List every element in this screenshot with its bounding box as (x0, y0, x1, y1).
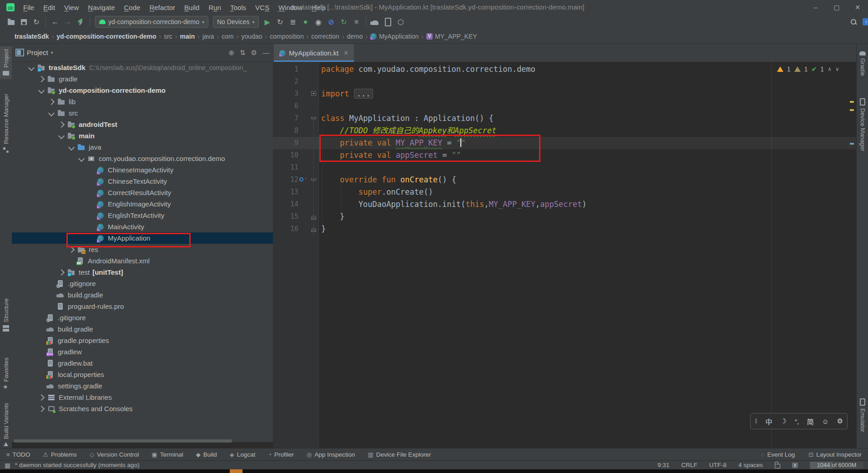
next-problem-button[interactable]: ∨ (835, 66, 839, 72)
chevron-collapsed-icon[interactable] (68, 246, 75, 252)
tree-item-mainactivity[interactable]: MainActivity (12, 221, 273, 232)
tree-item-build-gradle[interactable]: build.gradle (12, 289, 273, 301)
chevron-collapsed-icon[interactable] (38, 405, 45, 412)
chevron-collapsed-icon[interactable] (38, 394, 45, 400)
tree-item-src[interactable]: src (12, 107, 273, 119)
breadcrumb-item-main[interactable]: main (180, 33, 195, 40)
chevron-expanded-icon[interactable] (48, 110, 55, 116)
device-select[interactable]: No Devices▾ (213, 16, 259, 28)
settings-button[interactable]: ⚙ (251, 49, 257, 57)
run-configuration-select[interactable]: yd-composition-correction-demo▾ (95, 16, 208, 28)
breadcrumb-item-src[interactable]: src (164, 33, 172, 40)
tree-item-yd-composition-correction-demo[interactable]: yd-composition-correction-demo (12, 85, 273, 96)
sidebar-tab-device-manager[interactable]: Device Manager (857, 98, 868, 151)
profile-button[interactable]: ⊘ (325, 16, 337, 27)
ime-punctuation-button[interactable]: °‚ (795, 418, 799, 425)
code-line-3[interactable]: 3+import ... (273, 88, 856, 100)
chevron-expanded-icon[interactable] (68, 144, 75, 150)
code-line-13[interactable]: 13 super.onCreate() (273, 186, 856, 198)
tree-item-chinesetextactivity[interactable]: ChineseTextActivity (12, 176, 273, 187)
code-line-11[interactable]: 11 (273, 161, 856, 174)
toolwindow-button-build[interactable]: ◆Build (196, 451, 217, 458)
tree-item-gitignore[interactable]: .gitignore (12, 312, 273, 323)
back-button[interactable]: ← (49, 16, 61, 27)
open-file-button[interactable] (5, 16, 17, 27)
expand-collapse-button[interactable]: ⇅ (240, 49, 246, 57)
minimize-button[interactable]: – (805, 0, 826, 15)
ide-update-button[interactable]: ↑ (860, 16, 868, 27)
apply-changes-button[interactable]: ↻ (274, 16, 286, 27)
tree-item-main[interactable]: main (12, 130, 273, 141)
tree-item-androidmanifest-xml[interactable]: MFAndroidManifest.xml (12, 255, 273, 267)
code-line-15[interactable]: 15 } (273, 211, 856, 223)
status-message[interactable]: * daemon started successfully (moments a… (15, 462, 140, 468)
hide-panel-button[interactable]: — (262, 49, 269, 57)
scrollbar-caret-mark[interactable] (850, 143, 854, 145)
fold-collapsed-icon[interactable]: + (311, 91, 316, 96)
sidebar-tab-resource-manager[interactable]: Resource Manager (0, 94, 12, 153)
code-line-7[interactable]: 7class MyApplication : Application() { (273, 112, 856, 125)
tree-item-res[interactable]: res (12, 244, 273, 255)
menu-item-tools[interactable]: Tools (226, 2, 250, 13)
breadcrumb-item-traslatesdk[interactable]: traslateSdk (15, 33, 49, 40)
tree-item-test-unittest[interactable]: test[unitTest] (12, 267, 273, 278)
tree-item-myapplication[interactable]: MyApplication (12, 232, 273, 244)
chevron-expanded-icon[interactable] (28, 64, 35, 70)
tree-item-gradlew-bat[interactable]: gradlew.bat (12, 357, 273, 369)
toolwindow-button-event-log[interactable]: ◌Event Log (761, 451, 795, 458)
tree-item-scratches-and-consoles[interactable]: Scratches and Consoles (12, 403, 273, 414)
code-line-6[interactable]: 6 (273, 100, 856, 112)
tree-item-gitignore[interactable]: .gitignore (12, 278, 273, 289)
tree-item-proguard-rules-pro[interactable]: proguard-rules.pro (12, 301, 273, 312)
encoding-indicator[interactable]: UTF-8 (709, 462, 727, 468)
menu-item-edit[interactable]: Edit (39, 2, 59, 13)
breadcrumb-item-youdao[interactable]: youdao (241, 33, 262, 40)
toolwindow-button-todo[interactable]: ≡TODO (6, 451, 30, 458)
breadcrumb-item-correction[interactable]: correction (311, 33, 339, 40)
close-button[interactable]: ✕ (847, 0, 868, 15)
ime-mode-icon[interactable]: ☽ (780, 417, 786, 425)
toolwindow-button-layout-inspector[interactable]: ⊡Layout Inspector (808, 451, 862, 458)
menu-item-code[interactable]: Code (120, 2, 145, 13)
indent-indicator[interactable]: 4 spaces (738, 462, 763, 468)
run-configurations-button[interactable]: ≣ (287, 16, 299, 27)
toolwindow-button-version-control[interactable]: ◇Version Control (90, 451, 139, 458)
tree-item-settings-gradle[interactable]: settings.gradle (12, 380, 273, 392)
ime-language-button[interactable]: 中 (765, 417, 772, 426)
chevron-expanded-icon[interactable] (38, 87, 45, 93)
menu-item-vcs[interactable]: VCS (251, 2, 273, 13)
menu-item-navigate[interactable]: Navigate (84, 2, 119, 13)
ime-emoji-button[interactable]: ☺ (822, 418, 829, 425)
chevron-expanded-icon[interactable] (58, 132, 65, 139)
prev-problem-button[interactable]: ∧ (828, 66, 832, 72)
tree-item-lib[interactable]: lib (12, 96, 273, 107)
sidebar-tab-emulator[interactable]: Emulator (857, 398, 868, 432)
close-tab-icon[interactable]: ✕ (343, 50, 348, 56)
tree-item-englishtextactivity[interactable]: EnglishTextActivity (12, 210, 273, 221)
sidebar-tab-gradle[interactable]: Gradle (857, 50, 868, 76)
locate-file-button[interactable]: ⊕ (228, 49, 234, 57)
toolwindow-button-app-inspection[interactable]: ◎App Inspection (307, 451, 355, 458)
project-panel-title[interactable]: Project (27, 49, 48, 56)
breadcrumb-item-demo[interactable]: demo (347, 33, 363, 40)
tool-window-switcher-icon[interactable]: ▦ (5, 462, 10, 469)
notifications-icon[interactable]: ! (792, 463, 798, 468)
tree-item-external-libraries[interactable]: External Libraries (12, 392, 273, 403)
maximize-button[interactable]: ▢ (826, 0, 847, 15)
code-editor[interactable]: 1package com.youdao.composition.correcti… (273, 62, 856, 448)
project-horizontal-scrollbar[interactable] (14, 439, 232, 443)
fold-open-icon[interactable] (311, 117, 316, 121)
chevron-down-icon[interactable]: ▾ (51, 50, 53, 55)
rerun-tests-button[interactable]: ↻ (338, 16, 350, 27)
memory-indicator[interactable]: 1044 of 6000M (810, 462, 863, 469)
scrollbar-warning-mark[interactable] (850, 109, 854, 111)
chevron-collapsed-icon[interactable] (38, 75, 45, 82)
code-line-8[interactable]: 8 //TODO 修改成自己的Appkey和AppSecret (273, 125, 856, 137)
sidebar-tab-favorites[interactable]: Favorites (0, 357, 12, 391)
tree-item-chineseimageactivity[interactable]: ChineseImageActivity (12, 164, 273, 176)
save-all-button[interactable] (18, 16, 30, 27)
device-manager-button[interactable] (382, 16, 394, 27)
debug-button[interactable]: ● (300, 16, 312, 27)
tree-item-gradle-properties[interactable]: gradle.properties (12, 335, 273, 346)
chevron-collapsed-icon[interactable] (58, 269, 65, 275)
